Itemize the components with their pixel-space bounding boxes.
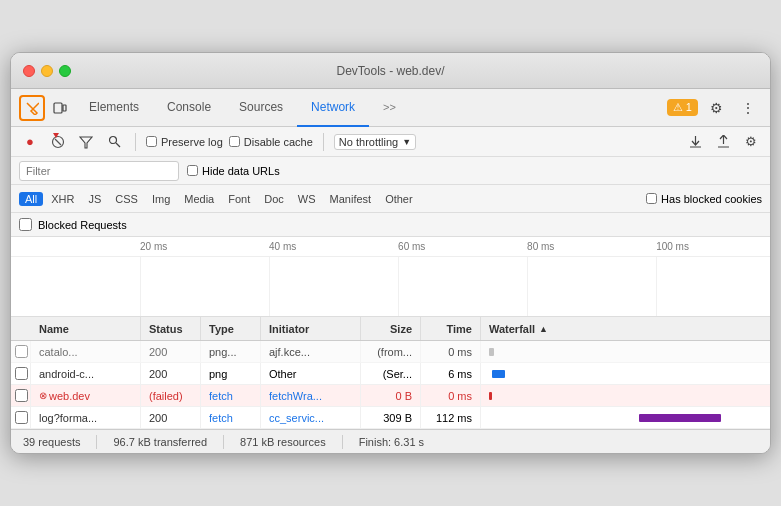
type-filter-row: All XHR JS CSS Img Media Font Doc WS Man… [11,185,770,213]
row-initiator: Other [261,363,361,384]
device-icon[interactable] [47,95,73,121]
status-divider [96,435,97,449]
inspect-icon[interactable] [19,95,45,121]
filter-input[interactable] [19,161,179,181]
row-status: (failed) [141,385,201,406]
table-row[interactable]: android-c... 200 png Other (Ser... 6 ms [11,363,770,385]
tab-elements[interactable]: Elements [75,89,153,127]
row-status: 200 [141,407,201,428]
status-requests: 39 requests [23,436,80,448]
status-resources: 871 kB resources [240,436,326,448]
more-options-button[interactable]: ⋮ [734,94,762,122]
status-bar: 39 requests 96.7 kB transferred 871 kB r… [11,429,770,453]
type-btn-css[interactable]: CSS [109,192,144,206]
col-header-type[interactable]: Type [201,317,261,340]
has-blocked-cookies-checkbox[interactable]: Has blocked cookies [646,193,762,205]
col-header-status[interactable]: Status [141,317,201,340]
toolbar-right: ⚠ 1 ⚙ ⋮ [667,94,762,122]
row-waterfall [481,407,770,428]
row-name: android-c... [31,363,141,384]
hide-data-urls-checkbox[interactable]: Hide data URLs [187,165,280,177]
tab-sources[interactable]: Sources [225,89,297,127]
filter-button[interactable] [75,131,97,153]
sort-arrow-icon [539,324,548,334]
row-time: 0 ms [421,385,481,406]
row-name: ⊗ web.dev [31,385,141,406]
blocked-row: Blocked Requests [11,213,770,237]
row-checkbox-cell[interactable] [11,363,31,384]
row-checkbox-cell[interactable] [11,341,31,362]
svg-point-5 [109,137,116,144]
row-size: 0 B [361,385,421,406]
timeline-mark-80ms: 80 ms [527,241,554,252]
blocked-requests-checkbox[interactable] [19,218,32,231]
svg-marker-4 [80,137,92,148]
row-type: png... [201,341,261,362]
type-btn-all[interactable]: All [19,192,43,206]
type-btn-font[interactable]: Font [222,192,256,206]
network-toolbar: ● Preserve log [11,127,770,157]
status-transferred: 96.7 kB transferred [113,436,207,448]
type-btn-js[interactable]: JS [82,192,107,206]
row-type: fetch [201,385,261,406]
close-button[interactable] [23,65,35,77]
svg-rect-1 [63,105,66,111]
row-checkbox-cell[interactable] [11,385,31,406]
network-settings-button[interactable]: ⚙ [740,131,762,153]
throttle-select[interactable]: No throttling ▼ [334,134,416,150]
row-name: catalo... [31,341,141,362]
window-title: DevTools - web.dev/ [336,64,444,78]
maximize-button[interactable] [59,65,71,77]
timeline-mark-100ms: 100 ms [656,241,689,252]
type-btn-doc[interactable]: Doc [258,192,290,206]
type-btn-ws[interactable]: WS [292,192,322,206]
row-time: 112 ms [421,407,481,428]
record-button[interactable]: ● [19,131,41,153]
type-btn-xhr[interactable]: XHR [45,192,80,206]
row-time: 0 ms [421,341,481,362]
tab-console[interactable]: Console [153,89,225,127]
export-button[interactable] [712,131,734,153]
import-button[interactable] [684,131,706,153]
table-header: Name Status Type Initiator Size Time Wat… [11,317,770,341]
minimize-button[interactable] [41,65,53,77]
main-toolbar: Elements Console Sources Network >> ⚠ 1 … [11,89,770,127]
settings-button[interactable]: ⚙ [702,94,730,122]
devtools-window: DevTools - web.dev/ Elements Console [10,52,771,454]
tab-list: Elements Console Sources Network >> [75,89,410,126]
tab-more[interactable]: >> [369,89,410,127]
row-initiator: ajf.kce... [261,341,361,362]
row-initiator[interactable]: fetchWra... [261,385,361,406]
type-btn-manifest[interactable]: Manifest [324,192,378,206]
timeline-mark-20ms: 20 ms [140,241,167,252]
clear-button[interactable] [47,131,69,153]
col-header-size[interactable]: Size [361,317,421,340]
col-header-waterfall[interactable]: Waterfall [481,317,770,340]
row-type: png [201,363,261,384]
type-btn-media[interactable]: Media [178,192,220,206]
table-area: catalo... 200 png... ajf.kce... (from...… [11,341,770,429]
error-icon: ⊗ [39,390,47,401]
row-status: 200 [141,341,201,362]
row-name: log?forma... [31,407,141,428]
traffic-lights [23,65,71,77]
type-btn-img[interactable]: Img [146,192,176,206]
warning-badge[interactable]: ⚠ 1 [667,99,698,116]
table-row[interactable]: catalo... 200 png... ajf.kce... (from...… [11,341,770,363]
preserve-log-checkbox[interactable]: Preserve log [146,136,223,148]
tab-network[interactable]: Network [297,89,369,127]
table-row[interactable]: log?forma... 200 fetch cc_servic... 309 … [11,407,770,429]
row-checkbox-cell[interactable] [11,407,31,428]
row-waterfall [481,363,770,384]
type-btn-other[interactable]: Other [379,192,419,206]
row-initiator[interactable]: cc_servic... [261,407,361,428]
col-header-initiator[interactable]: Initiator [261,317,361,340]
svg-line-6 [116,143,120,147]
col-header-name[interactable]: Name [31,317,141,340]
table-row[interactable]: ⊗ web.dev (failed) fetch fetchWra... 0 B… [11,385,770,407]
title-bar: DevTools - web.dev/ [11,53,770,89]
timeline-mark-60ms: 60 ms [398,241,425,252]
search-button[interactable] [103,131,125,153]
col-header-time[interactable]: Time [421,317,481,340]
disable-cache-checkbox[interactable]: Disable cache [229,136,313,148]
